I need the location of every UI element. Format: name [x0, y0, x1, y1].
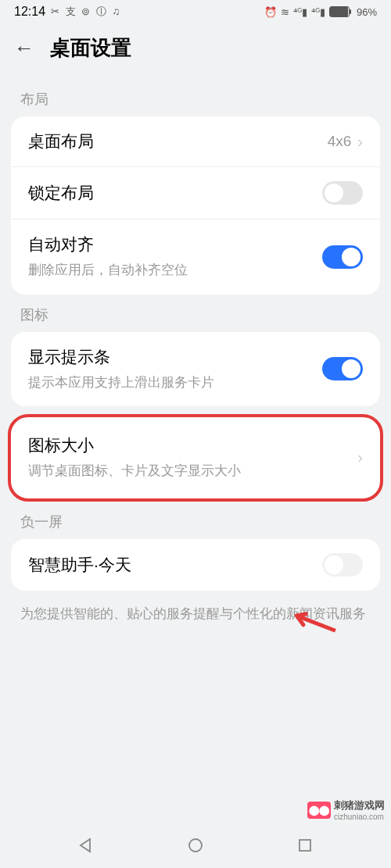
battery-percent: 96% [357, 6, 377, 18]
signal-4g-icon: ⁴ᴳ▮ [293, 6, 307, 18]
section-label-minus: 负一屏 [0, 502, 391, 539]
nav-back-icon[interactable] [78, 838, 94, 856]
navigation-bar [0, 826, 391, 868]
row-icon-size[interactable]: 图标大小 调节桌面图标、卡片及文字显示大小 › [11, 417, 380, 498]
status-notification-icons: ✂ 支 ⊚ ⓛ ♫ [51, 5, 121, 19]
row-title: 自动对齐 [28, 234, 322, 255]
toggle-assistant[interactable] [322, 553, 363, 577]
toggle-auto-align[interactable] [322, 245, 363, 269]
row-show-hint[interactable]: 显示提示条 提示本应用支持上滑出服务卡片 [11, 332, 380, 407]
row-title: 桌面布局 [28, 130, 328, 152]
highlight-box-icon-size: 图标大小 调节桌面图标、卡片及文字显示大小 › [8, 414, 383, 502]
row-desktop-layout[interactable]: 桌面布局 4x6 › [11, 116, 380, 166]
svg-point-0 [189, 839, 202, 852]
card-icon-hint: 显示提示条 提示本应用支持上滑出服务卡片 [11, 332, 380, 407]
watermark: ⬤⬤ 刺猪游戏网 cizhuniao.com [307, 798, 385, 821]
watermark-site: 刺猪游戏网 [334, 798, 385, 813]
back-icon[interactable]: ← [14, 36, 34, 60]
nav-recent-icon[interactable] [297, 838, 313, 856]
row-assistant-today[interactable]: 智慧助手·今天 [11, 539, 380, 591]
row-value: 4x6 [328, 133, 352, 150]
row-subtitle: 调节桌面图标、卡片及文字显示大小 [28, 461, 357, 481]
row-title: 显示提示条 [28, 346, 322, 368]
toggle-show-hint[interactable] [322, 357, 363, 380]
status-time: 12:14 [14, 5, 45, 19]
row-subtitle: 提示本应用支持上滑出服务卡片 [28, 373, 322, 393]
page-title: 桌面设置 [50, 34, 131, 62]
battery-icon [329, 6, 350, 17]
watermark-logo-icon: ⬤⬤ [307, 802, 331, 819]
row-auto-align[interactable]: 自动对齐 删除应用后，自动补齐空位 [11, 219, 380, 295]
toggle-lock-layout[interactable] [322, 181, 363, 205]
card-layout: 桌面布局 4x6 › 锁定布局 自动对齐 删除应用后，自动补齐空位 [11, 116, 380, 295]
chevron-right-icon: › [357, 133, 363, 151]
row-lock-layout[interactable]: 锁定布局 [11, 166, 380, 219]
page-header: ← 桌面设置 [0, 23, 391, 79]
row-title: 图标大小 [28, 434, 357, 456]
svg-rect-1 [300, 840, 310, 851]
wifi-icon: ≋ [281, 6, 289, 18]
note-assistant: 为您提供智能的、贴心的服务提醒与个性化的新闻资讯服务 [0, 591, 391, 637]
row-title: 锁定布局 [28, 182, 322, 204]
row-subtitle: 删除应用后，自动补齐空位 [28, 260, 322, 280]
watermark-url: cizhuniao.com [334, 813, 385, 821]
section-label-icon: 图标 [0, 295, 391, 332]
status-bar: 12:14 ✂ 支 ⊚ ⓛ ♫ ⏰ ≋ ⁴ᴳ▮ ⁴ᴳ▮ 96% [0, 0, 391, 23]
alarm-icon: ⏰ [264, 6, 277, 18]
section-label-layout: 布局 [0, 79, 391, 116]
signal-4g-icon-2: ⁴ᴳ▮ [311, 6, 325, 18]
card-assistant: 智慧助手·今天 [11, 539, 380, 591]
chevron-right-icon: › [357, 448, 363, 466]
nav-home-icon[interactable] [188, 838, 203, 856]
row-title: 智慧助手·今天 [28, 554, 322, 576]
